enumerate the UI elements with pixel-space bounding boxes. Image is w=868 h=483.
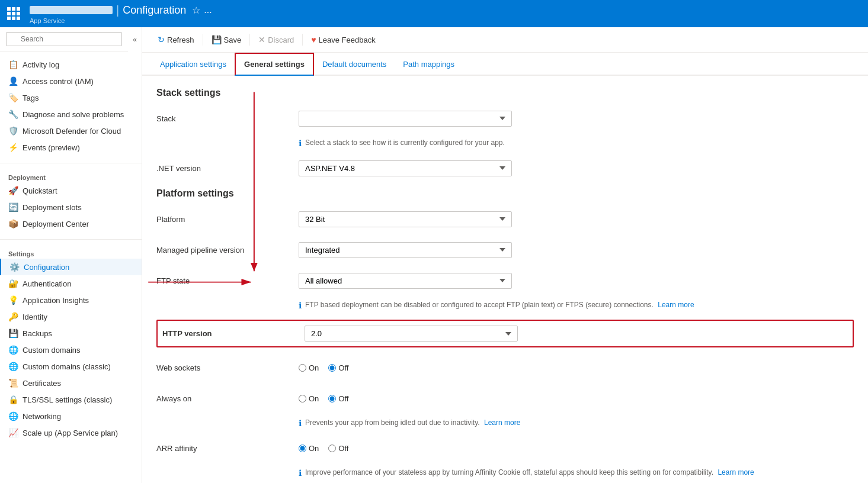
web-sockets-label: Web sockets (156, 363, 299, 372)
discard-button[interactable]: ✕ Discard (252, 32, 300, 47)
save-icon: 💾 (212, 35, 222, 44)
managed-pipeline-control: Integrated Classic (299, 242, 512, 258)
net-version-row: .NET version ASP.NET V4.8 ASP.NET V3.5 (156, 157, 854, 179)
backups-icon: 💾 (8, 329, 18, 338)
arr-affinity-on-text: On (309, 444, 319, 453)
star-icon[interactable]: ☆ (192, 5, 200, 16)
app-insights-icon: 💡 (8, 295, 18, 305)
tab-label: Application settings (160, 60, 226, 69)
sidebar-item-label: Identity (23, 313, 47, 321)
always-on-learn-more-link[interactable]: Learn more (484, 418, 520, 427)
layout: « 📋 Activity log 👤 Access control (IAM) … (0, 27, 868, 483)
sidebar-item-diagnose[interactable]: 🔧 Diagnose and solve problems (0, 106, 142, 123)
ftp-hint-text: FTP based deployment can be disabled or … (305, 301, 694, 309)
sidebar-item-scale-up[interactable]: 📈 Scale up (App Service plan) (0, 424, 142, 441)
discard-label: Discard (268, 36, 294, 44)
page-title: Configuration (123, 4, 186, 17)
sidebar-item-deployment-slots[interactable]: 🔄 Deployment slots (0, 199, 142, 215)
access-control-icon: 👤 (8, 76, 18, 86)
sidebar-item-label: Diagnose and solve problems (23, 110, 124, 119)
sidebar-item-certificates[interactable]: 📜 Certificates (0, 375, 142, 391)
save-button[interactable]: 💾 Save (206, 32, 248, 47)
tab-label: General settings (244, 60, 305, 69)
ftp-state-row: FTP state All allowed FTPS Only Disabled (156, 270, 854, 291)
main-content: ↻ Refresh 💾 Save ✕ Discard ♥ Leave Feedb… (142, 27, 868, 483)
web-sockets-control: On Off (299, 363, 512, 372)
more-icon[interactable]: ... (204, 5, 212, 15)
web-sockets-off-label[interactable]: Off (328, 363, 348, 372)
tab-application-settings[interactable]: Application settings (152, 54, 235, 76)
sidebar-item-tls-ssl[interactable]: 🔒 TLS/SSL settings (classic) (0, 391, 142, 408)
sidebar-item-custom-domains[interactable]: 🌐 Custom domains (0, 342, 142, 358)
arr-affinity-on-label[interactable]: On (299, 444, 319, 453)
feedback-icon: ♥ (311, 35, 316, 44)
sidebar-item-deployment-center[interactable]: 📦 Deployment Center (0, 215, 142, 232)
http-version-label: HTTP version (162, 329, 305, 338)
stack-settings-title: Stack settings (156, 88, 854, 98)
identity-icon: 🔑 (8, 312, 18, 321)
platform-settings-title: Platform settings (156, 188, 854, 199)
tab-path-mappings[interactable]: Path mappings (395, 54, 463, 76)
always-on-off-label[interactable]: Off (328, 394, 348, 403)
arr-affinity-hint: ℹ Improve performance of your stateless … (299, 468, 854, 478)
always-on-on-text: On (309, 394, 319, 403)
sidebar-item-access-control[interactable]: 👤 Access control (IAM) (0, 73, 142, 89)
sidebar-item-label: Configuration (24, 263, 69, 272)
arr-affinity-off-radio[interactable] (328, 445, 336, 452)
blurred-name (30, 6, 113, 14)
tab-default-documents[interactable]: Default documents (314, 54, 395, 76)
arr-hint-text: Improve performance of your stateless ap… (305, 468, 754, 476)
sidebar-item-identity[interactable]: 🔑 Identity (0, 308, 142, 325)
search-input[interactable] (6, 32, 122, 46)
tab-general-settings[interactable]: General settings (235, 53, 314, 76)
web-sockets-on-radio[interactable] (299, 364, 306, 372)
always-on-off-text: Off (338, 394, 348, 403)
web-sockets-on-label[interactable]: On (299, 363, 319, 372)
sidebar-collapse-btn[interactable]: « (128, 31, 142, 49)
ftp-learn-more-link[interactable]: Learn more (658, 301, 694, 309)
sidebar-item-label: Custom domains (classic) (23, 362, 111, 371)
toolbar: ↻ Refresh 💾 Save ✕ Discard ♥ Leave Feedb… (142, 27, 868, 53)
sidebar-item-app-insights[interactable]: 💡 Application Insights (0, 292, 142, 308)
sidebar-item-label: Access control (IAM) (23, 77, 94, 86)
platform-label: Platform (156, 215, 299, 224)
ftp-state-select[interactable]: All allowed FTPS Only Disabled (299, 273, 512, 289)
sidebar-item-quickstart[interactable]: 🚀 Quickstart (0, 182, 142, 199)
web-sockets-off-radio[interactable] (328, 364, 336, 372)
net-version-select[interactable]: ASP.NET V4.8 ASP.NET V3.5 (299, 160, 512, 176)
sidebar-item-networking[interactable]: 🌐 Networking (0, 408, 142, 424)
sidebar-item-authentication[interactable]: 🔐 Authentication (0, 275, 142, 292)
web-sockets-row: Web sockets On Off (156, 357, 854, 378)
grid-icon[interactable] (7, 7, 20, 20)
sidebar-item-backups[interactable]: 💾 Backups (0, 325, 142, 342)
settings-content: Stack settings Stack ℹ Select a stack to… (142, 76, 868, 483)
feedback-button[interactable]: ♥ Leave Feedback (305, 32, 381, 47)
always-on-info-icon: ℹ (299, 418, 302, 428)
stack-select[interactable] (299, 111, 512, 127)
always-on-on-radio[interactable] (299, 395, 306, 402)
platform-select[interactable]: 32 Bit 64 Bit (299, 211, 512, 227)
sidebar-item-tags[interactable]: 🏷️ Tags (0, 89, 142, 106)
defender-icon: 🛡️ (8, 126, 18, 136)
sidebar-item-configuration[interactable]: ⚙️ Configuration (0, 259, 142, 275)
networking-icon: 🌐 (8, 411, 18, 421)
arr-affinity-off-label[interactable]: Off (328, 444, 348, 453)
refresh-button[interactable]: ↻ Refresh (152, 32, 200, 47)
arr-affinity-control: On Off (299, 444, 512, 453)
always-on-off-radio[interactable] (328, 395, 336, 402)
search-area (0, 27, 128, 51)
sidebar-item-defender[interactable]: 🛡️ Microsoft Defender for Cloud (0, 123, 142, 139)
arr-affinity-on-radio[interactable] (299, 445, 306, 452)
managed-pipeline-select[interactable]: Integrated Classic (299, 242, 512, 258)
sidebar-item-custom-domains-classic[interactable]: 🌐 Custom domains (classic) (0, 358, 142, 375)
sidebar-item-label: Tags (23, 94, 39, 102)
http-version-select[interactable]: 2.0 1.1 (305, 326, 518, 342)
sidebar-item-events[interactable]: ⚡ Events (preview) (0, 139, 142, 156)
tags-icon: 🏷️ (8, 93, 18, 102)
stack-label: Stack (156, 114, 299, 123)
refresh-label: Refresh (167, 36, 194, 44)
sidebar-item-activity-log[interactable]: 📋 Activity log (0, 56, 142, 73)
arr-learn-more-link[interactable]: Learn more (718, 468, 754, 476)
managed-pipeline-row: Managed pipeline version Integrated Clas… (156, 239, 854, 260)
always-on-on-label[interactable]: On (299, 394, 319, 403)
